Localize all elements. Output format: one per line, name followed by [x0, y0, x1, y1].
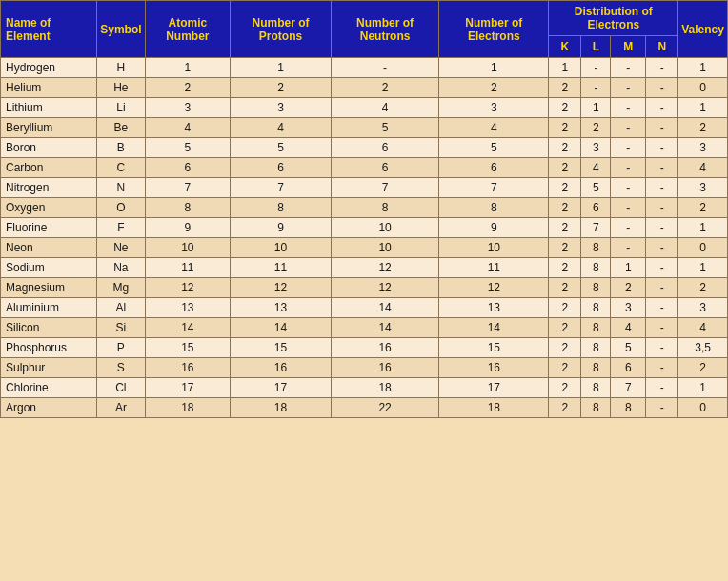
cell-n: -	[646, 318, 678, 338]
cell-electrons: 7	[439, 178, 549, 198]
cell-atomic: 3	[145, 98, 231, 118]
cell-atomic: 13	[145, 298, 231, 318]
cell-valency: 1	[678, 378, 728, 398]
header-k: K	[549, 36, 581, 58]
cell-valency: 1	[678, 58, 728, 78]
cell-neutrons: 6	[331, 158, 438, 178]
cell-protons: 1	[231, 58, 332, 78]
cell-k: 2	[549, 358, 581, 378]
cell-name: Sodium	[1, 258, 97, 278]
cell-symbol: Si	[97, 318, 145, 338]
cell-name: Lithium	[1, 98, 97, 118]
cell-name: Nitrogen	[1, 178, 97, 198]
cell-neutrons: 5	[331, 118, 438, 138]
cell-valency: 3,5	[678, 338, 728, 358]
cell-valency: 0	[678, 78, 728, 98]
cell-name: Hydrogen	[1, 58, 97, 78]
cell-neutrons: 12	[331, 278, 438, 298]
cell-m: -	[611, 198, 646, 218]
cell-protons: 2	[231, 78, 332, 98]
cell-k: 2	[549, 318, 581, 338]
cell-symbol: Ne	[97, 238, 145, 258]
cell-symbol: O	[97, 198, 145, 218]
table-row: SiliconSi14141414284-4	[1, 318, 728, 338]
cell-valency: 1	[678, 98, 728, 118]
table-row: SodiumNa11111211281-1	[1, 258, 728, 278]
cell-atomic: 6	[145, 158, 231, 178]
cell-m: 4	[611, 318, 646, 338]
cell-protons: 14	[231, 318, 332, 338]
cell-name: Fluorine	[1, 218, 97, 238]
cell-electrons: 10	[439, 238, 549, 258]
cell-name: Sulphur	[1, 358, 97, 378]
cell-atomic: 8	[145, 198, 231, 218]
cell-protons: 11	[231, 258, 332, 278]
cell-k: 2	[549, 218, 581, 238]
cell-m: 5	[611, 338, 646, 358]
cell-neutrons: 16	[331, 338, 438, 358]
cell-atomic: 17	[145, 378, 231, 398]
cell-l: 7	[581, 218, 611, 238]
cell-symbol: Na	[97, 258, 145, 278]
header-symbol: Symbol	[97, 1, 145, 58]
table-row: BerylliumBe445422--2	[1, 118, 728, 138]
cell-neutrons: 14	[331, 298, 438, 318]
cell-l: 5	[581, 178, 611, 198]
cell-atomic: 18	[145, 398, 231, 418]
table-row: OxygenO888826--2	[1, 198, 728, 218]
cell-n: -	[646, 58, 678, 78]
cell-valency: 1	[678, 218, 728, 238]
cell-electrons: 12	[439, 278, 549, 298]
cell-k: 2	[549, 198, 581, 218]
table-row: AluminiumAl13131413283-3	[1, 298, 728, 318]
cell-protons: 8	[231, 198, 332, 218]
cell-valency: 1	[678, 258, 728, 278]
cell-atomic: 14	[145, 318, 231, 338]
cell-atomic: 5	[145, 138, 231, 158]
cell-k: 2	[549, 238, 581, 258]
table-row: NeonNe1010101028--0	[1, 238, 728, 258]
cell-atomic: 2	[145, 78, 231, 98]
cell-l: 6	[581, 198, 611, 218]
cell-l: 8	[581, 318, 611, 338]
cell-l: 8	[581, 398, 611, 418]
cell-electrons: 18	[439, 398, 549, 418]
cell-l: -	[581, 58, 611, 78]
cell-k: 2	[549, 98, 581, 118]
cell-name: Argon	[1, 398, 97, 418]
cell-name: Boron	[1, 138, 97, 158]
cell-symbol: Cl	[97, 378, 145, 398]
cell-neutrons: 16	[331, 358, 438, 378]
cell-valency: 3	[678, 138, 728, 158]
cell-name: Oxygen	[1, 198, 97, 218]
cell-l: 8	[581, 338, 611, 358]
table-row: PhosphorusP15151615285-3,5	[1, 338, 728, 358]
cell-atomic: 16	[145, 358, 231, 378]
cell-k: 2	[549, 398, 581, 418]
cell-l: 8	[581, 238, 611, 258]
cell-n: -	[646, 258, 678, 278]
cell-protons: 9	[231, 218, 332, 238]
cell-atomic: 4	[145, 118, 231, 138]
cell-name: Helium	[1, 78, 97, 98]
cell-neutrons: 10	[331, 218, 438, 238]
cell-l: -	[581, 78, 611, 98]
cell-symbol: F	[97, 218, 145, 238]
table-row: MagnesiumMg12121212282-2	[1, 278, 728, 298]
cell-n: -	[646, 238, 678, 258]
cell-k: 2	[549, 138, 581, 158]
cell-name: Carbon	[1, 158, 97, 178]
table-row: HeliumHe22222---0	[1, 78, 728, 98]
header-name: Name of Element	[1, 1, 97, 58]
cell-valency: 2	[678, 198, 728, 218]
cell-atomic: 1	[145, 58, 231, 78]
cell-atomic: 7	[145, 178, 231, 198]
cell-protons: 4	[231, 118, 332, 138]
table-row: CarbonC666624--4	[1, 158, 728, 178]
cell-l: 8	[581, 258, 611, 278]
cell-m: -	[611, 138, 646, 158]
cell-l: 8	[581, 358, 611, 378]
cell-electrons: 3	[439, 98, 549, 118]
header-electrons: Number of Electrons	[439, 1, 549, 58]
cell-neutrons: 8	[331, 198, 438, 218]
